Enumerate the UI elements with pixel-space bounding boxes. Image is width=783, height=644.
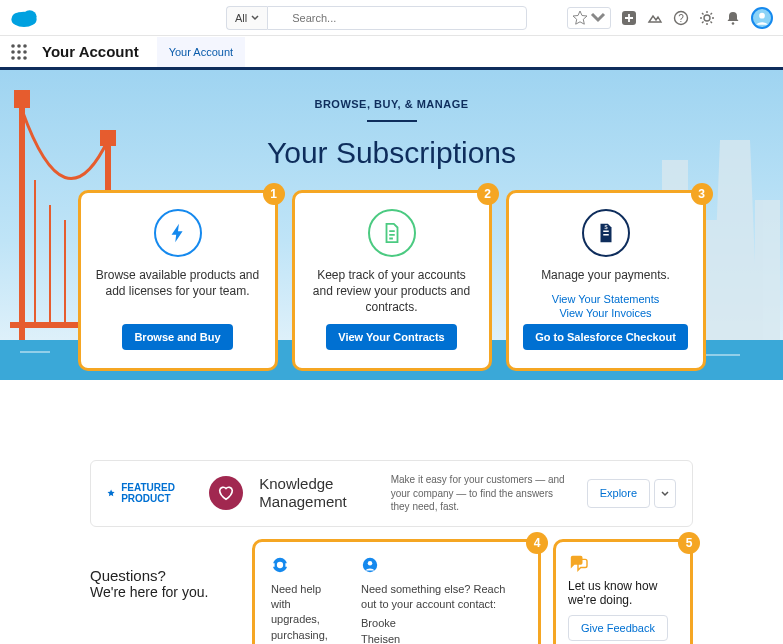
card-payments: 3 $ Manage your payments. View Your Stat…: [506, 190, 706, 371]
salesforce-logo: [10, 8, 38, 28]
svg-point-14: [11, 50, 15, 54]
app-name: Your Account: [42, 43, 139, 60]
view-contracts-button[interactable]: View Your Contracts: [326, 324, 456, 350]
user-avatar[interactable]: [751, 7, 773, 29]
callout-badge-4: 4: [526, 532, 548, 554]
svg-rect-42: [272, 563, 275, 567]
svg-rect-43: [285, 563, 288, 567]
card-text: Browse available products and add licens…: [93, 267, 263, 299]
callout-badge-2: 2: [477, 183, 499, 205]
subscription-cards: 1 Browse available products and add lice…: [0, 190, 783, 371]
svg-point-41: [277, 561, 283, 567]
view-statements-link[interactable]: View Your Statements: [552, 293, 659, 305]
chat-icon: [568, 554, 678, 575]
star-icon: [572, 10, 588, 26]
global-header: All ?: [0, 0, 783, 36]
header-actions: ?: [567, 7, 773, 29]
help-icon[interactable]: ?: [673, 10, 689, 26]
hero-title: Your Subscriptions: [0, 136, 783, 170]
explore-button[interactable]: Explore: [587, 479, 650, 508]
document-icon: [368, 209, 416, 257]
gear-icon[interactable]: [699, 10, 715, 26]
chevron-down-icon: [590, 10, 606, 26]
global-search: All: [226, 6, 527, 30]
help-col-support: Need help with upgrades, purchasing, bil…: [271, 556, 341, 645]
app-navbar: Your Account Your Account: [0, 36, 783, 70]
bottom-section: Questions? We're here for you. 4 Need he…: [0, 539, 783, 645]
card-contracts: 2 Keep track of your accounts and review…: [292, 190, 492, 371]
search-scope-label: All: [235, 12, 247, 24]
search-scope-dropdown[interactable]: All: [226, 6, 267, 30]
callout-badge-1: 1: [263, 183, 285, 205]
view-invoices-link[interactable]: View Your Invoices: [552, 307, 659, 319]
trailhead-icon[interactable]: [647, 10, 663, 26]
star-icon: [107, 487, 115, 499]
callout-badge-5: 5: [678, 532, 700, 554]
chevron-down-icon: [661, 490, 669, 498]
svg-point-2: [23, 10, 37, 23]
bolt-icon: [154, 209, 202, 257]
svg-point-9: [732, 22, 735, 25]
feedback-box: 5 Let us know how we're doing. Give Feed…: [553, 539, 693, 645]
svg-point-15: [17, 50, 21, 54]
contact-first-name: Brooke: [361, 617, 396, 629]
featured-title: Knowledge Management: [259, 475, 374, 511]
svg-point-10: [759, 12, 765, 18]
avatar-icon: [754, 10, 770, 26]
app-launcher-icon[interactable]: [10, 43, 28, 61]
give-feedback-button[interactable]: Give Feedback: [568, 615, 668, 641]
tab-your-account[interactable]: Your Account: [157, 37, 245, 70]
help-col-contact: Need something else? Reach out to your a…: [361, 556, 522, 645]
hero-eyebrow: BROWSE, BUY, & MANAGE: [0, 98, 783, 110]
questions-subheading: We're here for you.: [90, 584, 240, 600]
favorites-button[interactable]: [567, 7, 611, 29]
help-box: 4 Need help with upgrades, purchasing, b…: [252, 539, 541, 645]
heart-icon: [209, 476, 243, 510]
card-text: Keep track of your accounts and review y…: [307, 267, 477, 316]
hero-divider: [367, 120, 417, 122]
salesforce-checkout-button[interactable]: Go to Salesforce Checkout: [523, 324, 688, 350]
svg-text:?: ?: [678, 13, 684, 24]
callout-badge-3: 3: [691, 183, 713, 205]
feedback-text: Let us know how we're doing.: [568, 579, 678, 607]
svg-point-19: [23, 56, 27, 60]
svg-text:$: $: [604, 224, 607, 230]
chevron-down-icon: [251, 14, 259, 22]
questions-heading: Questions?: [90, 567, 240, 584]
svg-point-11: [11, 44, 15, 48]
support-icon: [271, 556, 341, 576]
featured-label: FEATURED PRODUCT: [107, 482, 193, 504]
card-text: Manage your payments.: [541, 267, 670, 283]
svg-point-13: [23, 44, 27, 48]
search-input[interactable]: [267, 6, 527, 30]
featured-description: Make it easy for your customers — and yo…: [391, 473, 571, 514]
svg-point-8: [704, 15, 710, 21]
svg-point-12: [17, 44, 21, 48]
svg-point-45: [368, 560, 373, 565]
plus-icon[interactable]: [621, 10, 637, 26]
svg-point-18: [17, 56, 21, 60]
person-icon: [361, 556, 522, 576]
svg-point-16: [23, 50, 27, 54]
contact-last-name: Theisen: [361, 633, 400, 644]
hero-banner: BROWSE, BUY, & MANAGE Your Subscriptions…: [0, 70, 783, 380]
svg-point-17: [11, 56, 15, 60]
browse-and-buy-button[interactable]: Browse and Buy: [122, 324, 232, 350]
card-browse: 1 Browse available products and add lice…: [78, 190, 278, 371]
explore-more-button[interactable]: [654, 479, 676, 508]
featured-product: FEATURED PRODUCT Knowledge Management Ma…: [90, 460, 693, 527]
invoice-icon: $: [582, 209, 630, 257]
bell-icon[interactable]: [725, 10, 741, 26]
